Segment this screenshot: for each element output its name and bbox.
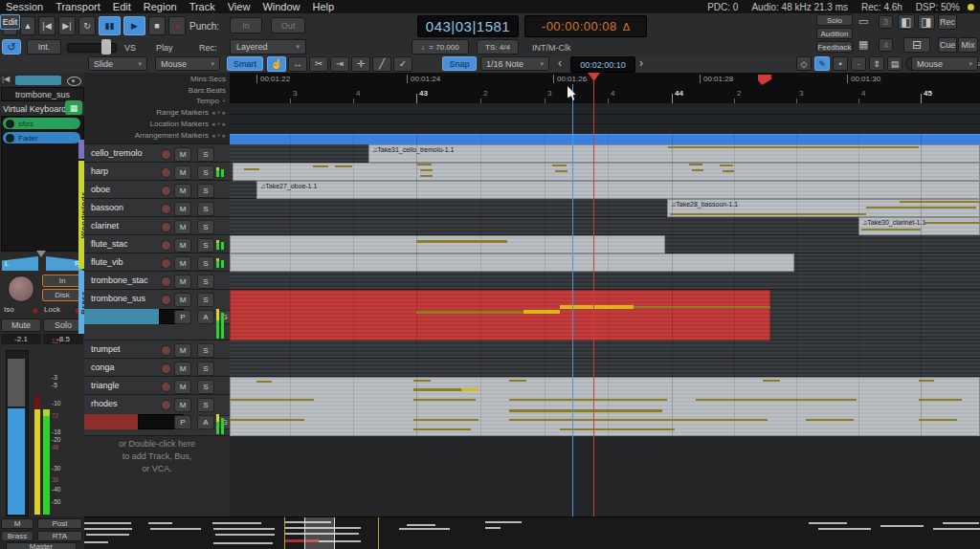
- lock-label[interactable]: Lock: [44, 305, 60, 314]
- solo-track-button[interactable]: S: [197, 293, 214, 307]
- primary-clock[interactable]: 043|03|1581: [417, 15, 519, 37]
- stop-button[interactable]: ■: [148, 16, 166, 35]
- grab-tool[interactable]: ☝: [267, 56, 286, 72]
- region[interactable]: [230, 235, 665, 253]
- solo-track-button[interactable]: S: [197, 184, 214, 198]
- record-button[interactable]: ●: [168, 16, 186, 35]
- menu-help[interactable]: Help: [313, 1, 335, 12]
- track-color-patch[interactable]: [15, 76, 61, 85]
- track-header-trombone_sus[interactable]: trombone_susMSPAG: [84, 290, 230, 340]
- ruler-row-bars-beats[interactable]: Bars:Beats: [189, 86, 226, 97]
- sync-button[interactable]: ↺: [2, 39, 21, 55]
- select-tool[interactable]: ✓: [393, 56, 412, 72]
- editor-canvas[interactable]: 00:01:2200:01:2400:01:2600:01:2800:01:30…: [230, 73, 980, 516]
- mix-tab-button[interactable]: Mix: [958, 37, 978, 53]
- track-header-harp[interactable]: harpMS: [84, 163, 230, 181]
- mouse-mode-dropdown[interactable]: Mouse▾: [155, 56, 220, 71]
- ruler-row-controls[interactable]: ◂ + ▸: [212, 109, 226, 116]
- mute-track-button[interactable]: M: [174, 238, 191, 253]
- track-header-triangle[interactable]: triangleMS: [84, 377, 230, 395]
- rec-tab-button[interactable]: Rec: [938, 14, 957, 30]
- region-take27oboe11[interactable]: ♫Take27_oboe-1.1: [256, 181, 980, 199]
- marker-dot2-icon[interactable]: ·: [851, 56, 866, 71]
- iso-indicator[interactable]: [32, 307, 39, 315]
- ruler-row-controls[interactable]: ◂ + ▸: [212, 121, 226, 127]
- menu-edit[interactable]: Edit: [113, 1, 131, 12]
- ruler-row-controls[interactable]: +: [222, 98, 226, 104]
- mute-track-button[interactable]: M: [174, 256, 191, 271]
- marker-dot-icon[interactable]: •: [833, 56, 848, 71]
- sort-icon[interactable]: ⇕: [869, 56, 884, 71]
- range-tool[interactable]: ↔: [288, 56, 307, 72]
- region[interactable]: [230, 253, 794, 272]
- record-arm-button[interactable]: [161, 258, 171, 269]
- feedback-button[interactable]: Feedback: [816, 41, 853, 53]
- cue-tab-button[interactable]: Cue: [938, 37, 957, 53]
- film-icon[interactable]: ▦: [858, 38, 874, 52]
- shuttle-play-label[interactable]: Play: [156, 43, 173, 53]
- track-header-bassoon[interactable]: bassoonMS: [84, 199, 230, 217]
- track-header-flute_vib[interactable]: flute_vibMS: [84, 253, 230, 272]
- mute-track-button[interactable]: M: [174, 147, 191, 162]
- go-start-button[interactable]: |◀: [38, 16, 56, 35]
- solo-track-button[interactable]: S: [197, 362, 214, 376]
- smart-mode-button[interactable]: Smart: [227, 56, 263, 71]
- menu-window[interactable]: Window: [262, 1, 300, 12]
- group-button[interactable]: G: [218, 310, 230, 324]
- strip-track-name[interactable]: trombone_sus: [1, 87, 84, 101]
- nav-next-button[interactable]: ›: [639, 56, 643, 70]
- sync-source-button[interactable]: Int.: [27, 39, 61, 55]
- track-row-conga[interactable]: [230, 359, 980, 377]
- punch-in-button[interactable]: In: [230, 17, 262, 33]
- edit-mode-dropdown[interactable]: Slide▾: [88, 56, 147, 71]
- spread-tool[interactable]: ✛: [351, 56, 370, 72]
- record-arm-button[interactable]: [161, 204, 171, 214]
- mute-track-button[interactable]: M: [174, 274, 191, 289]
- panel-left-icon[interactable]: ◧: [898, 14, 915, 30]
- audition-track-button[interactable]: A: [197, 310, 214, 324]
- panel-right-icon[interactable]: ◨: [918, 14, 935, 30]
- ruler-row-tempo[interactable]: Tempo+: [196, 97, 226, 107]
- tempo-button[interactable]: ♩= 70.000: [412, 39, 469, 55]
- edit-tab-button[interactable]: Edit: [0, 14, 20, 30]
- panel-bottom-icon[interactable]: ⊟: [903, 37, 930, 53]
- post-button[interactable]: Post: [37, 518, 82, 529]
- track-row-trumpet[interactable]: [230, 340, 980, 359]
- menu-track[interactable]: Track: [189, 1, 215, 12]
- pause-button[interactable]: ▮▮: [99, 16, 121, 35]
- pan-right-wedge[interactable]: R: [46, 256, 82, 271]
- marker-count-b[interactable]: 4: [879, 38, 893, 52]
- nudge-clock-icon[interactable]: ◇: [796, 56, 812, 71]
- ruler-row-range-markers[interactable]: Range Markers◂ + ▸: [156, 108, 226, 119]
- audition-track-button[interactable]: A: [197, 415, 214, 429]
- gain-bar[interactable]: [84, 309, 159, 324]
- region-take30clarinet11[interactable]: ♫Take30_clarinet-1.1: [858, 217, 980, 235]
- crop-icon[interactable]: ▭: [858, 15, 874, 29]
- solo-track-button[interactable]: S: [197, 274, 214, 289]
- record-arm-button[interactable]: [161, 186, 171, 196]
- draw-tool[interactable]: ╱: [372, 56, 391, 72]
- monitor-in-button[interactable]: In: [42, 274, 82, 287]
- processor-sfizz[interactable]: sfizz: [3, 118, 80, 129]
- group-button[interactable]: G: [218, 415, 230, 429]
- record-mode-dropdown[interactable]: Layered▾: [230, 39, 306, 55]
- solo-track-button[interactable]: S: [197, 220, 214, 234]
- save-view-icon[interactable]: ▤: [887, 56, 902, 71]
- solo-track-button[interactable]: S: [197, 256, 214, 271]
- gain-fader-handle[interactable]: [8, 359, 25, 406]
- record-arm-button[interactable]: [161, 400, 171, 410]
- solo-track-button[interactable]: S: [197, 147, 214, 162]
- monitor-disk-button[interactable]: Disk: [42, 289, 82, 301]
- mute-track-button[interactable]: M: [174, 220, 191, 234]
- mute-button[interactable]: Mute: [1, 318, 41, 332]
- solo-track-button[interactable]: S: [197, 380, 214, 394]
- metronome-button[interactable]: ▲: [20, 16, 35, 35]
- track-row-trombone_stac[interactable]: [230, 272, 980, 290]
- track-header-flute_stac[interactable]: flute_stacMS: [84, 235, 230, 253]
- solo-button[interactable]: Solo: [43, 318, 83, 332]
- mute-track-button[interactable]: M: [174, 202, 191, 216]
- rta-button[interactable]: RTA: [37, 531, 82, 541]
- record-arm-button[interactable]: [161, 240, 171, 251]
- time-sig-button[interactable]: TS: 4/4: [477, 39, 519, 55]
- go-end-button[interactable]: ▶|: [58, 16, 76, 35]
